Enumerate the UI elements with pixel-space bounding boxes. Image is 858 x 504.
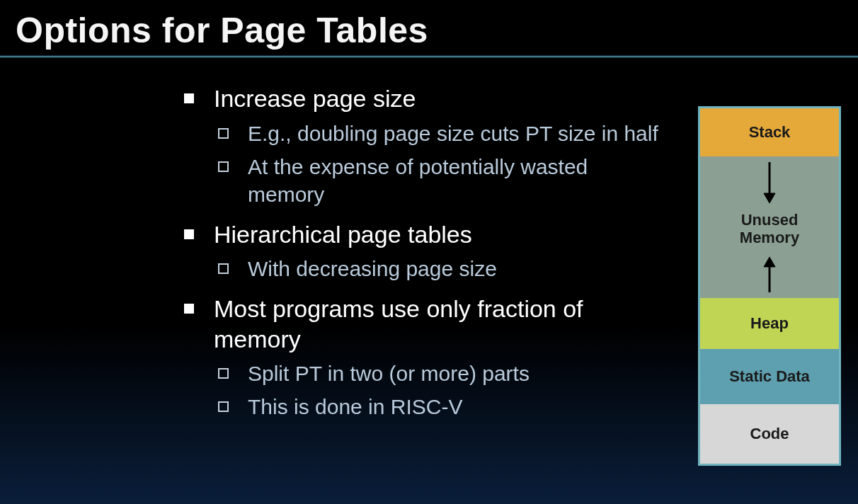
mem-unused-line2: Memory bbox=[740, 229, 799, 246]
slide: Options for Page Tables Increase page si… bbox=[0, 0, 858, 504]
mem-unused: Unused Memory bbox=[700, 156, 839, 298]
memory-layout-diagram: Stack Unused Memory Heap Static Data Cod… bbox=[698, 106, 841, 466]
subbullet-riscv: This is done in RISC-V bbox=[184, 393, 665, 420]
subbullet-expense: At the expense of potentially wasted mem… bbox=[184, 153, 665, 208]
mem-unused-line1: Unused bbox=[741, 211, 799, 229]
svg-marker-3 bbox=[764, 257, 775, 267]
arrow-up-icon bbox=[762, 257, 777, 294]
subbullet-decreasing: With decreasing page size bbox=[184, 255, 665, 282]
title-rule bbox=[0, 55, 858, 58]
bullet-content: Increase page size E.g., doubling page s… bbox=[184, 78, 665, 420]
bullet-hierarchical: Hierarchical page tables bbox=[184, 219, 665, 250]
bullet-fraction: Most programs use only fraction of memor… bbox=[184, 294, 665, 354]
mem-heap: Heap bbox=[700, 298, 839, 349]
arrow-down-icon bbox=[762, 161, 777, 203]
mem-code: Code bbox=[700, 404, 839, 464]
svg-marker-1 bbox=[764, 193, 775, 203]
bullet-increase-page-size: Increase page size bbox=[184, 84, 665, 114]
slide-title: Options for Page Tables bbox=[0, 0, 858, 51]
subbullet-doubling: E.g., doubling page size cuts PT size in… bbox=[184, 120, 665, 147]
mem-stack: Stack bbox=[700, 108, 839, 156]
mem-static: Static Data bbox=[700, 349, 839, 404]
subbullet-split: Split PT in two (or more) parts bbox=[184, 360, 665, 387]
